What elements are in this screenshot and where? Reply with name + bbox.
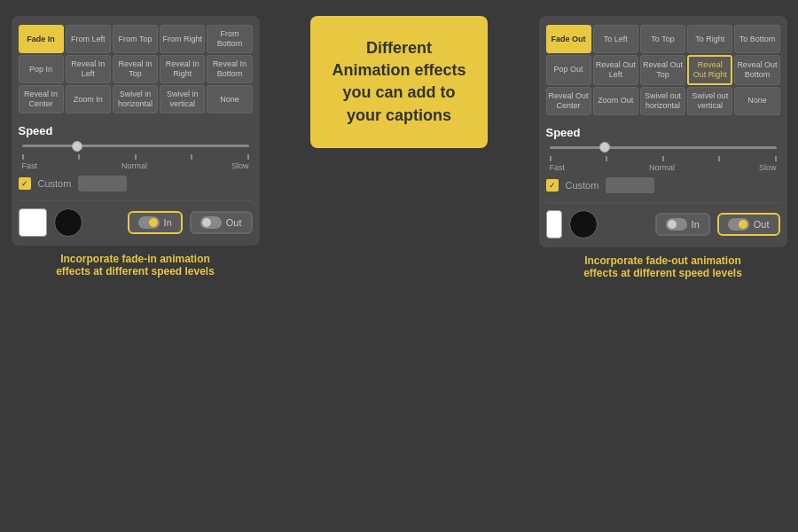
left-custom-input[interactable] (78, 176, 127, 192)
right-cell-reveal-out-right[interactable]: Reveal Out Right (687, 55, 732, 85)
left-cell-swivel-vertical[interactable]: Swivel in vertical (160, 85, 205, 113)
left-cell-reveal-in-top[interactable]: Reveal In Top (113, 55, 158, 83)
right-toggle-in-label: In (692, 219, 700, 230)
left-cell-reveal-in-bottom[interactable]: Reveal In Bottom (207, 55, 252, 83)
right-cell-pop-out[interactable]: Pop Out (546, 55, 591, 85)
left-caption: Incorporate fade-in animationeffects at … (52, 253, 218, 278)
right-toggle-in-icon (666, 218, 687, 231)
left-toggle-out-label: Out (226, 217, 242, 228)
right-cell-reveal-out-center[interactable]: Reveal Out Center (546, 87, 591, 115)
right-tick-5 (775, 156, 777, 161)
left-speed-label: Speed (19, 124, 253, 137)
right-slider-container: Fast Normal Slow (550, 146, 777, 172)
left-slider-container: Fast Normal Slow (22, 145, 249, 170)
right-cell-zoom-out[interactable]: Zoom Out (593, 87, 638, 115)
left-grid-row1: Fade In From Left From Top From Right Fr… (19, 25, 253, 113)
right-custom-row: ✓ Custom (546, 177, 780, 193)
left-toggle-in-icon (138, 216, 160, 229)
right-toggle-out-icon (728, 218, 749, 231)
left-cell-zoom-in[interactable]: Zoom In (66, 85, 111, 113)
left-cell-reveal-in-center[interactable]: Reveal In Center (19, 85, 64, 113)
left-cell-from-top[interactable]: From Top (113, 25, 158, 53)
right-custom-checkbox[interactable]: ✓ (546, 179, 559, 192)
right-slider-ticks (550, 156, 777, 161)
left-panel: Fade In From Left From Top From Right Fr… (12, 16, 260, 246)
center-box: Different Animation effects you can add … (262, 16, 536, 148)
left-cell-reveal-in-right[interactable]: Reveal In Right (160, 55, 205, 83)
right-cell-none[interactable]: None (734, 87, 779, 115)
left-tick-5 (247, 154, 249, 160)
right-slider-track[interactable] (550, 146, 777, 149)
right-cell-to-left[interactable]: To Left (593, 25, 638, 53)
right-label-slow: Slow (759, 163, 777, 172)
right-bottom-row: In Out (546, 202, 780, 239)
right-caption: Incorporate fade-out animationeffects at… (580, 254, 746, 279)
main-container: Fade In From Left From Top From Right Fr… (0, 0, 798, 532)
left-toggle-in-label: In (164, 217, 172, 228)
right-toggle-out-label: Out (754, 219, 770, 230)
right-tick-4 (718, 156, 720, 161)
right-cell-reveal-out-top[interactable]: Reveal Out Top (640, 55, 685, 85)
right-toggle-out-btn[interactable]: Out (717, 213, 780, 236)
left-toggle-in-btn[interactable]: In (128, 211, 183, 234)
left-label-normal: Normal (121, 161, 147, 170)
left-slider-labels: Fast Normal Slow (22, 161, 249, 170)
left-cell-swivel-horizontal[interactable]: Swivel in horizontal (113, 85, 158, 113)
left-tick-4 (191, 154, 192, 160)
left-slider-track[interactable] (22, 145, 249, 147)
left-color-white[interactable] (19, 208, 47, 237)
left-cell-reveal-in-left[interactable]: Reveal In Left (66, 55, 111, 83)
right-cell-to-top[interactable]: To Top (640, 25, 685, 53)
left-tick-3 (135, 154, 137, 160)
right-cell-swivel-out-vertical[interactable]: Swivel out vertical (687, 87, 732, 115)
right-cell-reveal-out-left[interactable]: Reveal Out Left (593, 55, 638, 85)
right-speed-label: Speed (546, 126, 780, 139)
center-card: Different Animation effects you can add … (310, 16, 488, 148)
left-cell-from-right[interactable]: From Right (160, 25, 205, 53)
right-slider-labels: Fast Normal Slow (550, 163, 777, 172)
left-bottom-row: In Out (19, 200, 253, 237)
right-label-normal: Normal (649, 163, 675, 172)
left-color-black[interactable] (54, 208, 82, 237)
left-cell-fade-in[interactable]: Fade In (19, 25, 64, 53)
left-cell-none[interactable]: None (207, 85, 252, 113)
left-toggle-out-icon (200, 216, 222, 229)
right-tick-3 (662, 156, 664, 161)
left-tick-1 (22, 154, 24, 160)
left-label-fast: Fast (22, 161, 38, 170)
left-label-slow: Slow (231, 161, 249, 170)
right-cell-reveal-out-bottom[interactable]: Reveal Out Bottom (734, 55, 779, 85)
left-tick-2 (78, 154, 80, 160)
right-custom-label: Custom (566, 180, 599, 191)
right-speed-section: Speed Fast Normal Slow (546, 126, 780, 193)
right-color-white[interactable] (546, 210, 562, 239)
left-cell-from-bottom[interactable]: From Bottom (207, 25, 252, 53)
left-slider-thumb[interactable] (72, 141, 82, 152)
right-tick-1 (550, 156, 552, 161)
right-toggle-in-btn[interactable]: In (655, 213, 710, 236)
right-label-fast: Fast (550, 163, 566, 172)
right-panel: Fade Out To Left To Top To Right To Bott… (539, 16, 787, 247)
left-custom-label: Custom (38, 178, 72, 189)
left-custom-row: ✓ Custom (19, 176, 253, 192)
right-cell-fade-out[interactable]: Fade Out (546, 25, 591, 53)
right-cell-swivel-out-horizontal[interactable]: Swivel out horizontal (640, 87, 685, 115)
left-cell-pop-in[interactable]: Pop In (19, 55, 64, 83)
left-custom-checkbox[interactable]: ✓ (19, 177, 31, 190)
right-cell-to-right[interactable]: To Right (687, 25, 732, 53)
right-slider-thumb[interactable] (599, 142, 610, 153)
left-speed-section: Speed Fast Normal Slow (19, 124, 253, 192)
right-tick-2 (606, 156, 607, 161)
left-toggle-out-btn[interactable]: Out (190, 211, 253, 234)
left-cell-from-left[interactable]: From Left (66, 25, 111, 53)
center-card-text: Different Animation effects you can add … (328, 37, 470, 127)
right-grid: Fade Out To Left To Top To Right To Bott… (546, 25, 780, 115)
left-slider-ticks (22, 154, 249, 160)
right-cell-to-bottom[interactable]: To Bottom (734, 25, 779, 53)
right-custom-input[interactable] (606, 177, 654, 193)
right-color-black[interactable] (569, 210, 598, 239)
